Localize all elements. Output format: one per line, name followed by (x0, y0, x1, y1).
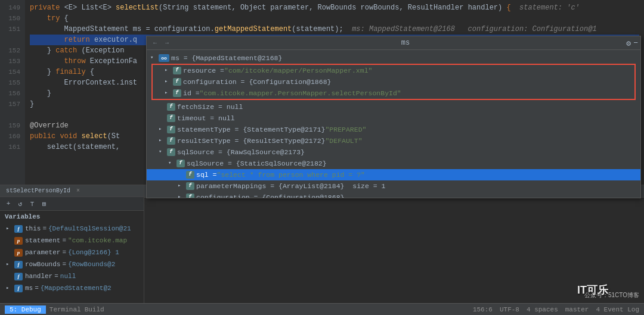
var-eq: = (54, 271, 58, 282)
tree-item-sqlsource2[interactable]: f sqlSource = {StaticSqlSource@2182} (147, 158, 640, 169)
table-btn[interactable]: ⊞ (39, 199, 49, 208)
status-branch: master (565, 306, 589, 313)
f-icon: f (173, 78, 181, 86)
right-tree (144, 198, 644, 315)
gear-icon[interactable]: ⚙ (626, 39, 631, 48)
var-val: "com.itcoke.map (68, 235, 127, 246)
var-val: null (60, 271, 76, 282)
tree-item-text: configuration = {Configuration@1868} (183, 77, 331, 87)
oo-icon: oo (159, 54, 169, 62)
tree-item-configuration[interactable]: f configuration = {Configuration@1868} (153, 76, 634, 88)
var-name: this (25, 223, 41, 234)
var-icon: f (14, 261, 23, 269)
status-debug-tab[interactable]: 5: Debug (5, 305, 46, 314)
right-debug-panel: ⚙ − ⊞ (144, 185, 644, 315)
var-val: {Long@2166} 1 (68, 247, 119, 258)
var-val: {MappedStatement@2 (41, 283, 112, 294)
arrow-icon (159, 147, 166, 157)
tree-item-value: "com.itcoke.mapper.PersonMapper.selectPe… (200, 88, 401, 98)
variables-list: f this = {DefaultSqlSession@21 p stateme… (0, 222, 144, 315)
var-icon: p (14, 249, 23, 257)
tree-item-parametermappings[interactable]: f parameterMappings = {ArrayList@2184} s… (147, 180, 640, 192)
status-left: 5: Debug Terminal Build (5, 305, 104, 314)
var-name: handler (25, 271, 52, 282)
tree-item-value: "com/itcoke/mapper/PersonMapper.xml" (224, 66, 372, 76)
var-icon: p (14, 237, 23, 245)
tree-item-text: ms = {MappedStatement@2168} (171, 53, 282, 63)
arrow-icon (178, 192, 185, 198)
tree-item-fetchsize[interactable]: f fetchSize = null (147, 101, 640, 113)
code-line-sig: private <E> List<E> selectList(String st… (30, 2, 639, 13)
var-name: statement (25, 235, 60, 246)
arrow-icon (6, 223, 13, 234)
var-eq: = (35, 283, 39, 294)
debug-overlay: ← → ms ⚙ − oo ms = {MappedStatement@2168… (146, 36, 641, 198)
red-border-group: f resource = "com/itcoke/mapper/PersonMa… (151, 64, 636, 100)
var-eq: = (42, 223, 47, 234)
tree-item-sqlsource[interactable]: f sqlSource = {RawSqlSource@2173} (147, 146, 640, 158)
tree-item-text: id = (183, 88, 200, 98)
status-terminal[interactable]: Terminal (49, 306, 81, 313)
status-position: 156:6 (473, 306, 493, 313)
f-icon: f (167, 126, 175, 133)
arrow-icon (150, 53, 157, 63)
line-numbers: 149 150 151 152 153 154 155 156 157 159 … (0, 0, 25, 185)
tree-item-text: sqlSource = {RawSqlSource@2173} (177, 147, 305, 157)
debug-toolbar-left: + ↺ ⊤ ⊞ (0, 197, 144, 211)
status-right: 156:6 UTF-8 4 spaces master 4 Event Log (473, 306, 639, 313)
minus-icon[interactable]: − (633, 39, 638, 48)
status-build[interactable]: Build (85, 306, 104, 313)
var-eq: = (62, 247, 66, 258)
var-ms[interactable]: f ms = {MappedStatement@2 (0, 282, 144, 294)
debug-panel-title: ms (174, 39, 637, 47)
var-handler[interactable]: f handler = null (0, 270, 144, 282)
tree-item-resultsettype[interactable]: f resultSetType = {ResultSetType@2172} "… (147, 135, 640, 146)
back-btn[interactable]: ← (150, 38, 160, 48)
f-icon: f (177, 160, 185, 167)
tab-selectpersonbyid[interactable]: stSelectPersonById × (2, 186, 83, 197)
arrow-icon (165, 88, 172, 98)
code-line-149: try { (30, 13, 639, 24)
tree-item-text: resultSetType = {ResultSetType@2172} (177, 136, 325, 146)
tree-item-text: parameterMappings = {ArrayList@2184} siz… (196, 181, 385, 191)
gear-area: ⚙ − (626, 39, 638, 48)
status-event-log[interactable]: 4 Event Log (596, 306, 639, 313)
restart-btn[interactable]: ↺ (16, 199, 25, 208)
editor-area: 149 150 151 152 153 154 155 156 157 159 … (0, 0, 644, 185)
tree-item[interactable]: oo ms = {MappedStatement@2168} (147, 52, 640, 64)
forward-btn[interactable]: → (162, 38, 172, 48)
tree-item-statementtype[interactable]: f statementType = {StatementType@2171} "… (147, 124, 640, 135)
arrow-icon (165, 77, 172, 87)
filter-btn[interactable]: ⊤ (27, 199, 37, 208)
tree-item-text: timeout = null (177, 113, 235, 123)
tree-item-text: statementType = {StatementType@2171} (177, 124, 325, 135)
var-name: parameter (25, 247, 60, 258)
tab-label: stSelectPersonById (6, 188, 70, 194)
tree-item-timeout[interactable]: f timeout = null (147, 113, 640, 124)
plus-btn[interactable]: + (4, 199, 13, 208)
tree-item-config2[interactable]: f configuration = {Configuration@1868} (147, 192, 640, 198)
var-rowbounds[interactable]: f rowBounds = {RowBounds@2 (0, 258, 144, 270)
f-icon: f (167, 103, 175, 111)
tree-item-id[interactable]: f id = "com.itcoke.mapper.PersonMapper.s… (153, 88, 634, 99)
status-indent: 4 spaces (527, 306, 558, 313)
var-name: ms (25, 283, 33, 294)
var-eq: = (62, 235, 66, 246)
variables-label: Variables (0, 211, 144, 222)
f-icon: f (173, 89, 181, 97)
f-icon: f (167, 114, 175, 122)
var-icon: f (14, 285, 23, 292)
arrow-icon (159, 136, 166, 146)
tree-item-text: resource = (183, 66, 224, 76)
var-val: {RowBounds@2 (68, 259, 115, 270)
var-eq: = (62, 259, 66, 270)
code-line-150: MappedStatement ms = configuration.getMa… (30, 24, 639, 35)
f-icon: f (167, 148, 175, 156)
tree-item-sql[interactable]: f sql = "select * from person where pid … (147, 169, 640, 180)
var-statement[interactable]: p statement = "com.itcoke.map (0, 235, 144, 247)
tree-item-resource[interactable]: f resource = "com/itcoke/mapper/PersonMa… (153, 65, 634, 76)
var-this[interactable]: f this = {DefaultSqlSession@21 (0, 223, 144, 235)
var-parameter[interactable]: p parameter = {Long@2166} 1 (0, 247, 144, 258)
f-icon: f (186, 182, 194, 190)
var-val: {DefaultSqlSession@21 (48, 223, 131, 234)
